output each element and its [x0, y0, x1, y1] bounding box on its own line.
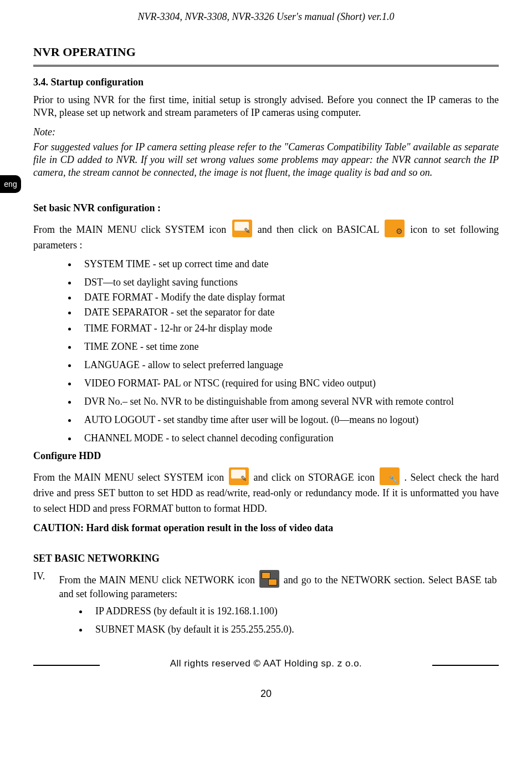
footer: All rights reserved © AAT Holding sp. z … — [33, 658, 499, 669]
list-item: DATE SEPARATOR - set the separator for d… — [78, 306, 499, 319]
net-text-a: From the MAIN MENU click NETWORK icon — [59, 574, 255, 585]
section-title: NVR OPERATING — [33, 45, 499, 59]
settings-list: TIME FORMAT - 12-hr or 24-hr display mod… — [55, 322, 499, 445]
system-icon — [229, 467, 249, 485]
roman-item: IV. From the MAIN MENU click NETWORK ico… — [33, 570, 499, 600]
list-item: IP ADDRESS (by default it is 192.168.1.1… — [89, 605, 499, 618]
basical-icon — [385, 220, 405, 237]
list-item: TIME ZONE - set time zone — [78, 340, 499, 353]
note-body: For suggested values for IP camera setti… — [33, 141, 499, 179]
set-basic-title: Set basic NVR configuration : — [33, 202, 499, 214]
footer-copyright: All rights reserved © AAT Holding sp. z … — [170, 658, 362, 669]
set-networking-title: SET BASIC NETWORKING — [33, 553, 499, 564]
network-icon — [259, 570, 279, 588]
list-item: LANGUAGE - allow to select preferred lan… — [78, 359, 499, 371]
settings-list: SYSTEM TIME - set up correct time and da… — [55, 258, 499, 289]
list-item: SUBNET MASK (by default it is 255.255.25… — [89, 623, 499, 636]
intro-paragraph: Prior to using NVR for the first time, i… — [33, 94, 499, 119]
footer-rule-right — [432, 665, 499, 666]
subsection-title: 3.4. Startup configuration — [33, 77, 499, 88]
net-settings-list: IP ADDRESS (by default it is 192.168.1.1… — [66, 605, 499, 636]
list-item: DATE FORMAT - Modify the date display fo… — [78, 291, 499, 304]
set-basic-text-a: From the MAIN MENU click SYSTEM icon — [33, 224, 226, 235]
caution-text: CAUTION: Hard disk format operation resu… — [33, 522, 499, 534]
list-item: VIDEO FORMAT- PAL or NTSC (required for … — [78, 377, 499, 390]
roman-text: From the MAIN MENU click NETWORK icon an… — [59, 570, 497, 600]
settings-list-tight: DATE FORMAT - Modify the date display fo… — [55, 291, 499, 319]
hdd-line: From the MAIN MENU select SYSTEM icon an… — [33, 467, 499, 517]
footer-rule-left — [33, 665, 100, 666]
set-basic-text-b: and then click on BASICAL — [258, 224, 379, 235]
double-rule — [33, 65, 499, 67]
list-item: SYSTEM TIME - set up correct time and da… — [78, 258, 499, 271]
set-basic-line: From the MAIN MENU click SYSTEM icon and… — [33, 220, 499, 253]
running-header: NVR-3304, NVR-3308, NVR-3326 User's manu… — [33, 11, 499, 23]
roman-numeral: IV. — [33, 570, 57, 583]
note-label: Note: — [33, 126, 499, 139]
hdd-text-b: and click on STORAGE icon — [253, 472, 375, 483]
list-item: CHANNEL MODE - to select channel decodin… — [78, 432, 499, 445]
hdd-text-a: From the MAIN MENU select SYSTEM icon — [33, 472, 224, 483]
storage-icon — [380, 467, 400, 485]
list-item: AUTO LOGOUT - set standby time after use… — [78, 414, 499, 426]
page: NVR-3304, NVR-3308, NVR-3326 User's manu… — [0, 0, 532, 779]
configure-hdd-title: Configure HDD — [33, 450, 499, 462]
page-number: 20 — [33, 688, 499, 700]
list-item: DST—to set daylight saving functions — [78, 276, 499, 289]
system-icon — [232, 220, 252, 237]
list-item: TIME FORMAT - 12-hr or 24-hr display mod… — [78, 322, 499, 335]
list-item: DVR No.– set No. NVR to be distinguishab… — [78, 395, 499, 408]
